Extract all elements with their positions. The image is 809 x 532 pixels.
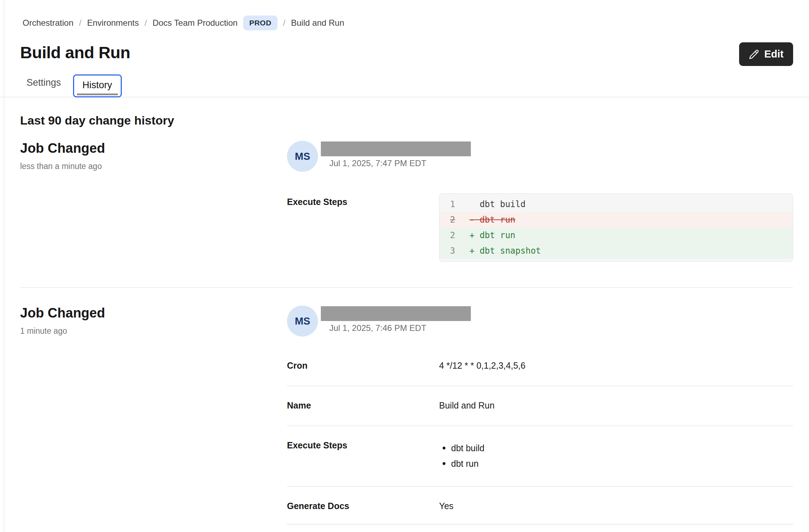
- diff-line-number: 2: [450, 228, 469, 243]
- field-value: Build and Run: [439, 400, 793, 411]
- avatar: MS: [287, 141, 318, 172]
- bullet-marker: [443, 447, 445, 449]
- entry-detail: MS Jul 1, 2025, 7:47 PM EDT Execute Step…: [287, 141, 793, 262]
- breadcrumb-separator: /: [283, 18, 286, 28]
- tab-settings[interactable]: Settings: [26, 72, 61, 97]
- field-label: Cron: [287, 361, 439, 371]
- execute-steps-diff-block: 1 dbt build 2 - dbt run 2 + dbt run 3 + …: [439, 193, 793, 262]
- changed-fields-table: Cron 4 */12 * * 0,1,2,3,4,5,6 Name Build…: [287, 346, 793, 525]
- breadcrumb-orchestration[interactable]: Orchestration: [23, 18, 73, 28]
- field-value: Yes: [439, 501, 793, 511]
- list-item: dbt run: [439, 456, 793, 471]
- diff-line-code: + dbt snapshot: [469, 243, 541, 259]
- event-title: Job Changed: [20, 141, 287, 156]
- byline-meta: Jul 1, 2025, 7:46 PM EDT: [321, 306, 471, 333]
- tab-history[interactable]: History: [73, 74, 122, 97]
- byline-meta: Jul 1, 2025, 7:47 PM EDT: [321, 141, 471, 168]
- entry-divider: [20, 287, 793, 288]
- breadcrumb-separator: /: [144, 18, 147, 28]
- entry-detail: MS Jul 1, 2025, 7:46 PM EDT Cron 4 */12 …: [287, 306, 793, 525]
- change-field-label: Execute Steps: [287, 193, 439, 262]
- change-row: Execute Steps 1 dbt build 2 - dbt run 2 …: [287, 193, 793, 262]
- panel-left-border: [4, 0, 4, 532]
- field-label: Generate Docs: [287, 501, 439, 511]
- event-title: Job Changed: [20, 306, 287, 321]
- diff-line-number: 1: [450, 197, 469, 212]
- field-value: 4 */12 * * 0,1,2,3,4,5,6: [439, 361, 793, 371]
- breadcrumb-environment-name[interactable]: Docs Team Production: [152, 18, 238, 28]
- diff-line-code: + dbt run: [469, 228, 515, 243]
- avatar: MS: [287, 306, 318, 337]
- field-row-generate-docs: Generate Docs Yes: [287, 486, 793, 525]
- redacted-username-bar: [321, 306, 471, 321]
- entry-timestamp: Jul 1, 2025, 7:47 PM EDT: [329, 158, 471, 168]
- diff-line-code: dbt build: [469, 197, 526, 212]
- field-row-name: Name Build and Run: [287, 386, 793, 425]
- diff-line-code: - dbt run: [469, 212, 515, 228]
- diff-line-context: 1 dbt build: [439, 197, 793, 212]
- list-item-text: dbt build: [451, 440, 485, 456]
- breadcrumb-current-page: Build and Run: [291, 18, 344, 28]
- breadcrumb: Orchestration / Environments / Docs Team…: [23, 16, 793, 30]
- redacted-username-bar: [321, 141, 471, 156]
- field-row-execute-steps: Execute Steps dbt build dbt run: [287, 425, 793, 486]
- field-row-cron: Cron 4 */12 * * 0,1,2,3,4,5,6: [287, 346, 793, 386]
- list-item-text: dbt run: [451, 456, 479, 471]
- environment-prod-badge: PROD: [243, 16, 277, 30]
- entry-summary: Job Changed less than a minute ago: [20, 141, 287, 262]
- entry-byline: MS Jul 1, 2025, 7:46 PM EDT: [287, 306, 793, 337]
- breadcrumb-separator: /: [79, 18, 82, 28]
- history-entry: Job Changed less than a minute ago MS Ju…: [20, 141, 793, 262]
- diff-line-number: 3: [450, 243, 469, 259]
- execute-steps-list: dbt build dbt run: [439, 440, 793, 471]
- change-history-heading: Last 90 day change history: [20, 114, 793, 127]
- bullet-marker: [443, 462, 445, 465]
- event-relative-time: 1 minute ago: [20, 326, 287, 336]
- tab-bar: Settings History: [0, 72, 809, 97]
- page-header: Build and Run Edit: [20, 42, 793, 66]
- entry-byline: MS Jul 1, 2025, 7:47 PM EDT: [287, 141, 793, 172]
- page-title: Build and Run: [20, 42, 130, 63]
- entry-summary: Job Changed 1 minute ago: [20, 306, 287, 525]
- edit-button[interactable]: Edit: [739, 42, 793, 66]
- diff-line-number: 2: [450, 212, 469, 228]
- event-relative-time: less than a minute ago: [20, 162, 287, 171]
- diff-line-removed: 2 - dbt run: [439, 212, 793, 228]
- field-label: Name: [287, 400, 439, 411]
- field-label: Execute Steps: [287, 440, 439, 471]
- diff-line-added: 3 + dbt snapshot: [439, 243, 793, 259]
- entry-timestamp: Jul 1, 2025, 7:46 PM EDT: [329, 323, 471, 333]
- breadcrumb-environments[interactable]: Environments: [87, 18, 139, 28]
- history-entry: Job Changed 1 minute ago MS Jul 1, 2025,…: [20, 306, 793, 525]
- diff-line-added: 2 + dbt run: [439, 228, 793, 243]
- edit-button-label: Edit: [764, 48, 784, 60]
- list-item: dbt build: [439, 440, 793, 456]
- pencil-icon: [749, 49, 759, 60]
